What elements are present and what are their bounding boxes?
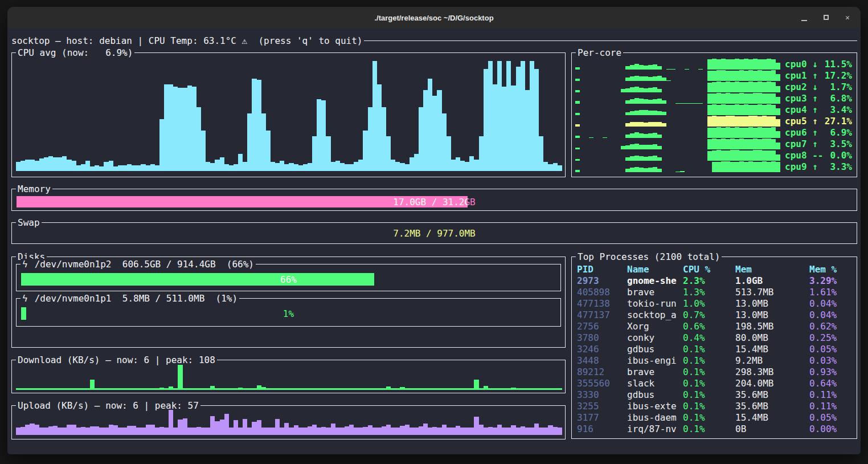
chart-bar	[229, 428, 234, 435]
spark-bar	[748, 93, 753, 104]
maximize-button[interactable]	[822, 14, 830, 22]
spark-bar	[735, 59, 739, 70]
chart-bar	[543, 428, 548, 435]
chart-bar	[294, 164, 298, 171]
chart-bar	[497, 61, 502, 171]
process-cell: 298.3MB	[735, 367, 809, 377]
minimize-button[interactable]	[800, 14, 808, 22]
core-percent: 3.4%	[830, 104, 852, 115]
spark-bar	[735, 71, 739, 81]
core-label: cpu6 ↑6.9%	[785, 127, 853, 138]
chart-bar	[247, 388, 252, 390]
core-percent: 0.0%	[830, 150, 852, 161]
chart-bar	[99, 166, 104, 171]
spark-bar	[753, 116, 758, 127]
chart-bar	[548, 425, 552, 435]
spark-bar	[644, 76, 648, 81]
core-percent: 27.1%	[825, 116, 852, 127]
chart-bar	[164, 388, 169, 390]
process-cell: 204.0MB	[735, 378, 809, 389]
chart-bar	[224, 164, 229, 171]
chart-bar	[220, 420, 224, 435]
spark-bar	[776, 162, 780, 172]
process-rows: 2973gnome-she2.3%1.0GB3.29%405898brave1.…	[577, 275, 854, 434]
chart-bar	[35, 425, 39, 435]
disks-panel: Disks ϟ/dev/nvme0n1p2 606.5GB / 914.4GB …	[11, 257, 566, 348]
chart-bar	[178, 365, 182, 390]
spark-bar	[748, 59, 753, 70]
memory-title: Memory	[16, 184, 52, 194]
chart-bar	[266, 428, 271, 435]
spark-bar	[726, 59, 730, 70]
window-titlebar[interactable]: ./target/release/soc ~/D/G/socktop ✕	[7, 7, 861, 29]
chart-bar	[62, 156, 67, 171]
chart-bar	[85, 161, 90, 171]
chart-bar	[349, 388, 354, 390]
core-sparkline	[575, 81, 780, 92]
close-button[interactable]: ✕	[844, 14, 851, 22]
spark-bar	[721, 116, 726, 127]
spark-bar	[730, 71, 735, 81]
window-controls: ✕	[800, 7, 851, 29]
chart-bar	[432, 427, 437, 435]
process-cell: 0.00%	[809, 424, 855, 434]
process-row: 3448ibus-engi0.1%9.2MB0.03%	[577, 355, 854, 366]
process-row: 2973gnome-she2.3%1.0GB3.29%	[577, 275, 854, 286]
maximize-icon	[824, 15, 829, 20]
chart-bar	[317, 99, 321, 171]
chart-bar	[558, 428, 562, 435]
spark-bar	[630, 168, 634, 172]
core-name-trend: cpu9 ↑	[785, 161, 818, 172]
chart-bar	[345, 164, 349, 171]
process-cell: 0.1%	[683, 412, 735, 423]
spark-bar	[721, 161, 726, 172]
chart-bar	[39, 428, 44, 435]
core-percent: 3.3%	[830, 161, 852, 172]
process-cell: 916	[577, 424, 627, 434]
chart-bar	[169, 84, 173, 171]
chart-bar	[484, 69, 488, 171]
chart-bar	[534, 388, 539, 390]
chart-bar	[460, 428, 465, 435]
spark-bar	[748, 127, 753, 138]
spark-bar	[753, 139, 758, 149]
chart-bar	[146, 425, 150, 435]
process-cell: 3.29%	[809, 275, 855, 286]
chart-bar	[44, 428, 48, 435]
chart-bar	[506, 388, 511, 390]
chart-bar	[419, 107, 423, 171]
spark-bar	[758, 139, 762, 149]
chart-bar	[469, 428, 474, 435]
chart-bar	[136, 165, 141, 171]
spark-bar	[712, 59, 716, 70]
spark-bar	[721, 104, 726, 115]
spark-bar	[716, 116, 721, 127]
spark-bar	[653, 64, 657, 70]
spark-bar	[657, 111, 662, 115]
chart-bar	[326, 388, 330, 390]
spark-bar	[721, 139, 726, 149]
process-cell: 3780	[577, 332, 627, 343]
chart-bar	[243, 419, 247, 435]
spark-bar	[630, 99, 634, 104]
chart-bar	[308, 388, 312, 390]
chart-bar	[183, 418, 187, 435]
chart-bar	[178, 420, 182, 435]
spark-bar	[730, 116, 735, 127]
spark-bar	[739, 105, 744, 115]
spark-bar	[634, 98, 639, 104]
spark-bar	[653, 167, 657, 172]
chart-bar	[447, 428, 451, 435]
process-cell: 0.1%	[683, 344, 735, 355]
core-sparkline	[575, 161, 780, 172]
chart-bar	[192, 388, 196, 390]
chart-bar	[303, 164, 308, 171]
app-header-text: socktop — host: debian | CPU Temp: 63.1°…	[11, 35, 363, 46]
percore-row: cpu2 ↓1.7%	[575, 81, 853, 92]
core-name-trend: cpu8 --	[785, 150, 823, 161]
chart-bar	[414, 428, 419, 435]
chart-bar	[405, 425, 410, 435]
chart-bar	[67, 425, 71, 435]
chart-bar	[428, 388, 432, 390]
process-cell: ibus-daem	[627, 412, 683, 423]
